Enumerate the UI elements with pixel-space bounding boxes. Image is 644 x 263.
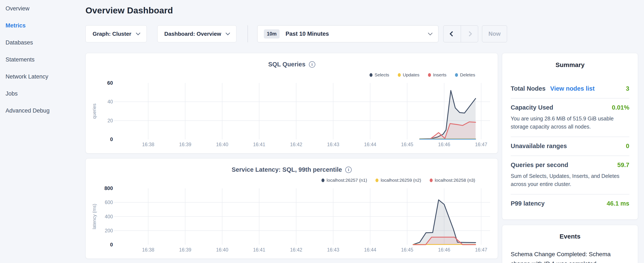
svg-text:20: 20 [107,118,113,123]
legend-label: Inserts [433,72,446,78]
sidebar-item-jobs[interactable]: Jobs [6,85,86,102]
legend-label: Updates [403,72,420,78]
svg-text:400: 400 [105,214,113,219]
time-range-label: Past 10 Minutes [286,31,428,37]
dashboard-dropdown[interactable]: Dashboard: Overview [157,25,236,42]
summary-title: Summary [511,61,629,69]
sidebar-item-databases[interactable]: Databases [6,34,86,51]
summary-row-value: 0.01% [612,104,629,111]
legend-dot-icon [430,178,433,182]
svg-text:60: 60 [107,80,113,86]
svg-text:queries: queries [92,103,97,119]
chart-title-row: SQL Queries i [86,61,498,68]
graph-dropdown[interactable]: Graph: Cluster [86,25,147,42]
chart-title: Service Latency: SQL, 99th percentile [232,166,342,173]
summary-row-value: 46.1 ms [607,200,629,207]
summary-row: Unavailable ranges0 [511,137,629,156]
chevron-down-icon [428,31,432,35]
summary-row-value: 3 [626,85,629,92]
legend-dot-icon [322,178,324,182]
legend-dot-icon [398,73,401,77]
svg-text:0: 0 [110,242,113,247]
main-content: Overview Dashboard Graph: Cluster Dashbo… [86,0,644,263]
sidebar-item-overview[interactable]: Overview [6,0,86,17]
chevron-left-icon [450,31,455,36]
summary-row-description: Sum of Selects, Updates, Inserts, and De… [511,172,629,188]
sidebar-item-metrics[interactable]: Metrics [6,17,86,34]
chevron-right-icon [467,31,472,36]
chevron-down-icon [136,31,140,35]
svg-text:16:45: 16:45 [401,142,413,147]
summary-row: Capacity Used0.01%You are using 28.6 MiB… [511,98,629,137]
sidebar-item-network-latency[interactable]: Network Latency [6,68,86,85]
legend-item: localhost:26258 (n3) [430,178,475,183]
sql-queries-chart[interactable]: 16:3816:3916:4016:4116:4216:4316:4416:45… [90,80,494,150]
legend-label: Selects [374,72,389,78]
svg-text:16:42: 16:42 [290,142,302,147]
chart-title: SQL Queries [268,61,305,68]
sidebar-item-advanced-debug[interactable]: Advanced Debug [6,102,86,119]
info-icon[interactable]: i [345,167,352,173]
svg-text:16:41: 16:41 [253,142,265,147]
legend-item: Updates [398,72,420,78]
view-nodes-list-link[interactable]: View nodes list [550,85,595,92]
sql-queries-chart-panel: SQL Queries i SelectsUpdatesInsertsDelet… [86,53,498,153]
legend-label: Deletes [460,72,475,78]
summary-row-label: Queries per second [511,161,568,168]
svg-text:16:39: 16:39 [179,247,191,252]
legend-item: Inserts [428,72,446,78]
legend-label: localhost:26258 (n3) [435,178,475,183]
svg-text:16:40: 16:40 [216,142,228,147]
legend-dot-icon [428,73,431,77]
svg-text:600: 600 [105,200,113,205]
time-range-selector[interactable]: 10m Past 10 Minutes [257,25,438,42]
summary-row: P99 latency46.1 ms [511,194,629,213]
sidebar-item-statements[interactable]: Statements [6,51,86,68]
summary-panel: Summary Total NodesView nodes list3Capac… [502,53,638,220]
chart-svg: 16:3816:3916:4016:4116:4216:4316:4416:45… [90,80,494,150]
time-range-badge: 10m [264,29,280,39]
summary-row-label: Capacity Used [511,104,553,111]
svg-text:16:38: 16:38 [142,247,154,252]
summary-row: Queries per second59.7Sum of Selects, Up… [511,156,629,194]
svg-text:16:42: 16:42 [290,247,302,252]
svg-text:16:45: 16:45 [401,247,413,252]
chart-svg: 16:3816:3916:4016:4116:4216:4316:4416:45… [90,185,494,255]
sidebar-nav: OverviewMetricsDatabasesStatementsNetwor… [0,0,86,263]
svg-text:16:47: 16:47 [475,247,487,252]
dashboard-dropdown-label: Dashboard: Overview [164,31,221,37]
events-title: Events [511,233,629,240]
content-row: SQL Queries i SelectsUpdatesInsertsDelet… [86,53,638,263]
svg-text:16:47: 16:47 [475,142,487,147]
charts-column: SQL Queries i SelectsUpdatesInsertsDelet… [86,53,498,259]
events-panel: Events Schema Change Completed: Schema c… [502,225,638,263]
legend-dot-icon [370,73,372,77]
summary-row-description: You are using 28.6 MiB of 515.9 GiB usab… [511,114,629,131]
next-range-button[interactable] [461,26,478,42]
svg-text:16:44: 16:44 [364,247,376,252]
svg-text:16:46: 16:46 [438,247,450,252]
legend-item: Selects [370,72,389,78]
summary-row-value: 0 [626,143,629,150]
svg-text:0: 0 [110,136,113,142]
summary-row: Total NodesView nodes list3 [511,80,629,98]
svg-text:16:46: 16:46 [438,142,450,147]
chart-legend: SelectsUpdatesInsertsDeletes [370,72,475,78]
legend-item: localhost:26259 (n2) [376,178,421,183]
chart-legend: localhost:26257 (n1)localhost:26259 (n2)… [322,178,475,183]
legend-item: Deletes [455,72,475,78]
chevron-down-icon [226,31,230,35]
info-icon[interactable]: i [309,61,315,68]
summary-rows: Total NodesView nodes list3Capacity Used… [511,80,629,213]
service-latency-chart[interactable]: 16:3816:3916:4016:4116:4216:4316:4416:45… [90,185,494,255]
now-button[interactable]: Now [482,25,507,42]
time-step-buttons [443,25,478,42]
legend-label: localhost:26259 (n2) [380,178,421,183]
svg-text:16:43: 16:43 [327,247,339,252]
svg-text:40: 40 [107,99,113,105]
prev-range-button[interactable] [444,26,461,42]
svg-text:16:40: 16:40 [216,247,228,252]
svg-text:200: 200 [105,228,113,233]
controls-divider [248,25,248,42]
svg-text:16:44: 16:44 [364,142,376,147]
